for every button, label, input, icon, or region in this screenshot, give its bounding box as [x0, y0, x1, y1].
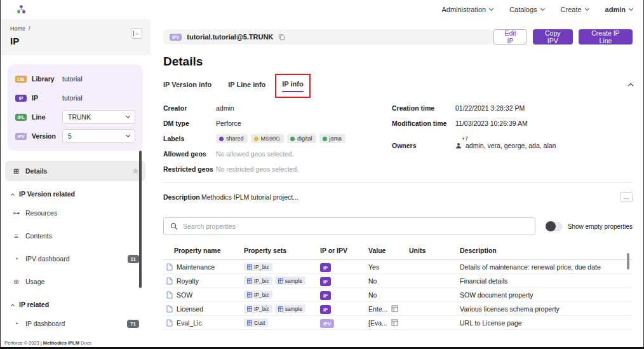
- sidebar-header: Home / IP ←: [0, 19, 151, 55]
- field-modification-time: Modification time11/03/2023 10:26:39 AM: [392, 119, 633, 128]
- property-name: SOW: [177, 291, 192, 299]
- topbar-menu-administration[interactable]: Administration: [441, 6, 493, 13]
- edit-ip-button[interactable]: Edit IP: [493, 29, 527, 44]
- version-select[interactable]: 5: [62, 129, 135, 143]
- sidebar-item-details[interactable]: ⊞ Details ★: [5, 161, 145, 181]
- app-logo-icon: [17, 4, 26, 15]
- table-row-maintenance[interactable]: Maintenance IP_biz IP Yes Details of mai…: [163, 260, 633, 274]
- label-chip: jama: [319, 134, 346, 143]
- create-ip-line-button[interactable]: Create IP Line: [579, 29, 633, 44]
- property-set-chip: IP_biz: [244, 277, 272, 285]
- table-row-eval-lic[interactable]: Eval_Lic Cust IPV [Eva... URL to License…: [163, 316, 633, 330]
- topbar-menu-admin-user[interactable]: admin: [605, 6, 633, 13]
- sidebar-item-usage[interactable]: ⊕ Usage: [5, 271, 145, 292]
- chevron-up-icon: [628, 83, 633, 88]
- tab-ip-version-info[interactable]: IP Version info: [163, 77, 211, 92]
- property-description: Various licenses schema property: [460, 305, 633, 313]
- sidebar: Home / IP ← LIB Library tutorial IP IP t…: [0, 19, 151, 349]
- form-icon[interactable]: [391, 319, 398, 326]
- table-row-licensed[interactable]: Licensed IP_bizsample IP Ente... Various…: [163, 302, 633, 316]
- label-chip: shared: [216, 134, 248, 143]
- sidebar-collapse-button[interactable]: ←: [131, 28, 142, 39]
- property-name: Maintenance: [177, 263, 215, 271]
- grid-icon: [247, 278, 252, 284]
- field-creator: Creatoradmin: [163, 104, 392, 113]
- form-icon[interactable]: [391, 305, 398, 312]
- field-restricted-geos: Restricted geosNo restricted geos select…: [163, 165, 392, 174]
- property-set-chip: sample: [275, 277, 305, 285]
- property-set-chip: IP_biz: [244, 291, 272, 299]
- description-more-button[interactable]: ...: [620, 192, 633, 202]
- toggle-knob: [546, 221, 556, 231]
- breadcrumb[interactable]: Home /: [10, 25, 140, 32]
- collapse-section-button[interactable]: [629, 79, 633, 90]
- description-value: Methodics IPLM tutorial project...: [201, 193, 299, 201]
- grid-icon: [278, 306, 283, 311]
- line-select[interactable]: TRUNK: [62, 110, 135, 124]
- context-card: LIB Library tutorial IP IP tutorial IPL …: [8, 64, 143, 151]
- sidebar-item-resources[interactable]: ⊶ Resources: [5, 203, 145, 223]
- ipv-badge: IPV: [170, 34, 182, 41]
- docs-link[interactable]: Docs: [81, 340, 91, 346]
- sidebar-item-ip-dashboard[interactable]: ◔ IP dashboard 71: [5, 313, 145, 334]
- lib-badge: LIB: [15, 76, 27, 83]
- sidebar-section-ip-related[interactable]: IP related: [5, 294, 145, 313]
- grid-icon: [247, 264, 252, 270]
- star-icon[interactable]: ★: [132, 167, 139, 175]
- chevron-down-icon: [126, 133, 130, 137]
- property-description: URL to License page: [460, 319, 633, 327]
- topbar-menu-catalogs[interactable]: Catalogs: [509, 6, 544, 13]
- labels-overflow-count[interactable]: +7: [462, 135, 468, 142]
- field-allowed-geos: Allowed geosNo allowed geos selected.: [163, 149, 392, 158]
- tab-ip-info[interactable]: IP info: [282, 76, 303, 92]
- topbar: Administration Catalogs Create admin: [0, 0, 644, 19]
- person-icon: [455, 142, 462, 149]
- document-icon: [166, 305, 173, 313]
- grid-icon: [247, 306, 252, 311]
- search-box[interactable]: [163, 217, 535, 235]
- field-labels: Labels shared MS90G digital jama +7: [163, 134, 392, 143]
- topbar-menu-create[interactable]: Create: [561, 6, 589, 13]
- chevron-up-icon: [11, 304, 15, 308]
- label-color-dot: [219, 137, 224, 141]
- copy-icon[interactable]: [278, 34, 285, 41]
- property-description: Financial details: [460, 277, 633, 285]
- action-buttons: Edit IP Copy IPV Create IP Line: [493, 29, 633, 44]
- show-empty-properties-toggle[interactable]: [546, 222, 562, 231]
- details-title: Details: [163, 55, 633, 69]
- sidebar-item-ipv-dashboard[interactable]: ◔ IPV dashboard 11: [5, 249, 145, 269]
- field-owners: Ownersadmin, vera, george, ada, alan: [392, 141, 633, 150]
- search-properties-input[interactable]: [183, 222, 528, 230]
- sidebar-section-ip-version-related[interactable]: IP Version related: [5, 184, 145, 203]
- field-dm-type: DM typePerforce: [163, 119, 392, 128]
- label-color-dot: [254, 137, 258, 141]
- context-row-ip: IP IP tutorial: [15, 91, 135, 105]
- table-body: Maintenance IP_biz IP Yes Details of mai…: [163, 260, 633, 330]
- context-row-version: IPV Version 5: [15, 129, 135, 143]
- scope-badge: IP: [320, 263, 331, 272]
- sidebar-item-contents[interactable]: ≡ Contents: [5, 226, 145, 246]
- grid-icon: ⊞: [11, 167, 21, 175]
- table-scrollbar[interactable]: [627, 253, 629, 270]
- table-header: Property name Property sets IP or IPV Va…: [163, 247, 633, 260]
- tab-ip-line-info[interactable]: IP Line info: [228, 77, 265, 92]
- property-value: Yes: [368, 263, 379, 271]
- footer: Perforce © 2023 | Methodics IPLM Docs: [4, 340, 91, 346]
- sidebar-nav: ⊞ Details ★ IP Version related ⊶ Resourc…: [0, 161, 151, 334]
- property-sets-cell: IP_biz: [244, 291, 320, 299]
- search-icon: [170, 222, 178, 230]
- property-value: No: [368, 291, 377, 299]
- sidebar-scrollbar[interactable]: [139, 151, 142, 288]
- scope-badge: IP: [320, 305, 331, 314]
- table-row-sow[interactable]: SOW IP_biz IP No SOW document property: [163, 288, 633, 302]
- context-row-library: LIB Library tutorial: [15, 72, 135, 86]
- collapse-left-icon: ←: [133, 31, 140, 36]
- property-description: SOW document property: [460, 291, 633, 299]
- property-set-chip: sample: [275, 305, 305, 313]
- property-value: [Eva...: [368, 319, 387, 327]
- topbar-menus: Administration Catalogs Create admin: [441, 6, 633, 13]
- label-color-dot: [323, 137, 327, 141]
- description-row: Description Methodics IPLM tutorial proj…: [163, 192, 633, 202]
- copy-ipv-button[interactable]: Copy IPV: [533, 29, 573, 44]
- table-row-royalty[interactable]: Royalty IP_bizsample IP No Financial det…: [163, 274, 633, 288]
